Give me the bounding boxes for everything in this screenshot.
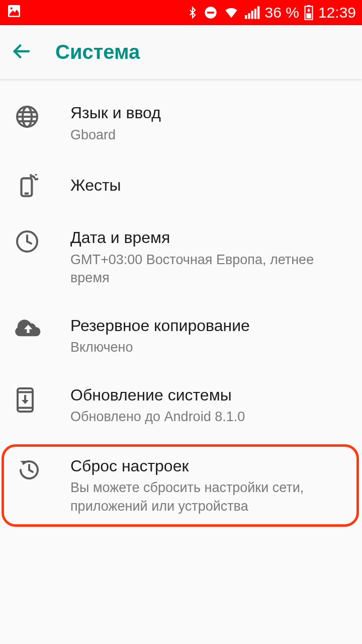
setting-text: Обновление системы Обновлено до Android … — [70, 385, 347, 426]
do-not-disturb-icon — [204, 6, 218, 20]
svg-rect-13 — [307, 10, 310, 12]
setting-sub: Включено — [70, 338, 347, 356]
clock-label: 12:39 — [318, 4, 356, 21]
status-right: 36 % 12:39 — [187, 4, 356, 21]
setting-item-reset[interactable]: Сброс настроек Вы можете сбросить настро… — [4, 447, 356, 524]
svg-rect-7 — [254, 9, 256, 19]
setting-title: Резервное копирование — [70, 315, 347, 337]
reset-icon — [17, 456, 70, 482]
status-bar: 36 % 12:39 — [0, 0, 362, 25]
svg-rect-5 — [248, 13, 250, 19]
setting-title: Жесты — [70, 175, 347, 196]
setting-item-system-update[interactable]: Обновление системы Обновлено до Android … — [0, 371, 362, 440]
wifi-icon — [223, 6, 240, 20]
setting-title: Дата и время — [70, 227, 347, 249]
bluetooth-icon — [187, 5, 199, 20]
system-update-icon — [15, 385, 70, 413]
setting-text: Дата и время GMT+03:00 Восточная Европа,… — [70, 227, 347, 287]
setting-item-backup[interactable]: Резервное копирование Включено — [0, 301, 362, 371]
app-bar: Система — [0, 25, 362, 79]
svg-point-1 — [11, 7, 13, 9]
setting-item-gestures[interactable]: Жесты — [0, 158, 362, 213]
settings-list: Язык и ввод Gboard Жесты Дата и время GM… — [0, 79, 362, 527]
setting-sub: GMT+03:00 Восточная Европа, летнее время — [70, 251, 347, 287]
setting-text: Жесты — [70, 175, 347, 196]
setting-item-datetime[interactable]: Дата и время GMT+03:00 Восточная Европа,… — [0, 213, 362, 301]
setting-title: Язык и ввод — [70, 103, 347, 124]
setting-sub: Gboard — [70, 126, 347, 144]
svg-rect-8 — [257, 7, 259, 19]
setting-title: Обновление системы — [70, 385, 347, 406]
battery-pct-label: 36 % — [265, 4, 299, 21]
back-button[interactable] — [11, 41, 31, 63]
cloud-upload-icon — [15, 315, 70, 338]
setting-text: Язык и ввод Gboard — [70, 103, 347, 144]
svg-rect-3 — [207, 12, 214, 14]
svg-rect-6 — [251, 11, 253, 19]
signal-icon — [245, 6, 260, 19]
globe-icon — [15, 103, 70, 129]
setting-item-language[interactable]: Язык и ввод Gboard — [0, 89, 362, 158]
highlight-annotation: Сброс настроек Вы можете сбросить настро… — [2, 444, 359, 527]
setting-title: Сброс настроек — [70, 456, 343, 477]
clock-icon — [15, 227, 70, 254]
setting-text: Резервное копирование Включено — [70, 315, 347, 357]
setting-text: Сброс настроек Вы можете сбросить настро… — [70, 456, 343, 515]
setting-sub: Вы можете сбросить настройки сети, прило… — [70, 478, 343, 515]
gestures-icon — [15, 172, 70, 199]
battery-icon — [304, 5, 313, 20]
svg-rect-4 — [245, 15, 247, 19]
image-notification-icon — [6, 3, 22, 23]
setting-sub: Обновлено до Android 8.1.0 — [70, 408, 347, 426]
page-title: Система — [55, 41, 140, 63]
svg-rect-11 — [306, 13, 311, 18]
status-left — [6, 3, 22, 23]
